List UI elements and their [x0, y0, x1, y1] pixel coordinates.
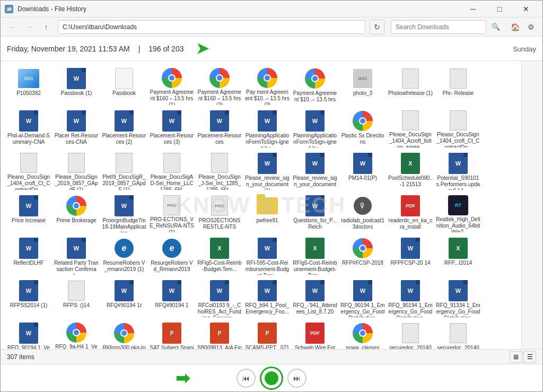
playback-bar: ➡ ⏮ ⏭: [1, 364, 542, 391]
close-button[interactable]: ✕: [514, 1, 538, 18]
list-item[interactable]: W PM14-01(P): [339, 150, 387, 193]
list-item[interactable]: PRO PROS2ECTIONS RESTLE-NTS: [196, 193, 243, 235]
back-button[interactable]: ←: [5, 20, 20, 34]
file-name: ReflectDLHF: [13, 260, 43, 266]
file-icon: [448, 110, 469, 130]
file-icon: X: [209, 238, 230, 259]
refresh-button[interactable]: ↻: [370, 20, 384, 34]
list-item[interactable]: PDF Schwab Wire Form DWONG (Secured...: [291, 320, 339, 349]
list-item[interactable]: W Related Party Transaction Confirmat...: [52, 235, 100, 277]
list-item[interactable]: W Placer Ret-Resources-CNA: [52, 108, 100, 150]
main-window: 📁 Downloads - File History ─ □ ✕ ← → ↑ ↻…: [0, 0, 543, 392]
list-item[interactable]: X RFP...I2014: [434, 235, 482, 277]
list-item[interactable]: W ProorgmBudge7m18-19MainApplication: [100, 193, 148, 235]
list-item[interactable]: W Price Increase: [5, 193, 52, 235]
list-item[interactable]: Pleano_DocuSign_1404_croft_Ct_ContractDo…: [5, 150, 52, 193]
list-item[interactable]: W Placement-Resources (2): [100, 108, 148, 150]
file-area[interactable]: KNOW S TECH IMG P1050382 W Passbook (1): [1, 61, 521, 349]
list-item[interactable]: Please_DocuSign_J-Sei_Inc_1285_1285_66t.…: [196, 150, 243, 193]
list-item[interactable]: RT Realtek_High_Definition_Audio_64bit_W…: [434, 193, 482, 235]
list-item[interactable]: W Please_review_sign_your_document: [291, 150, 339, 193]
list-item[interactable]: W Placement-Resources: [196, 108, 243, 150]
list-item[interactable]: W Phd-al-Demand-Summary-CNA: [5, 108, 52, 150]
list-item[interactable]: PDF readerdc_en_ka_cra_install: [387, 193, 434, 235]
list-item[interactable]: securedoc_20140210T 161518: [434, 320, 482, 349]
list-item[interactable]: W RFCol0193 9_-_ChoiRES_Act_Funding_Emer…: [196, 277, 243, 320]
list-item[interactable]: W RFPFCSP-20 14: [387, 235, 434, 277]
list-item[interactable]: RFQ_9a-H4 1_Vendor_Pool_Emergency_Foo...: [52, 320, 100, 349]
minimize-button[interactable]: ─: [461, 1, 485, 18]
list-item[interactable]: W RFI-595-Cost-Reimbursement-Budget-Tem.…: [243, 235, 291, 277]
list-item[interactable]: Photowfrelease (1): [387, 65, 434, 108]
search-input[interactable]: [391, 20, 486, 34]
list-item[interactable]: Prime Brokerage: [52, 193, 100, 235]
list-item[interactable]: P SAT Subject Spanish PrePrepHW: [148, 320, 196, 349]
address-bar[interactable]: [58, 20, 365, 34]
word-icon: W: [162, 110, 181, 132]
file-name: ResumeRobers V_rrmann2019 (1): [102, 260, 146, 273]
list-item[interactable]: Please_DocuSign_2019_0857_GApdF (1): [52, 150, 100, 193]
list-item[interactable]: W Questions_for_P...Reich: [291, 193, 339, 235]
up-button[interactable]: ↑: [39, 20, 54, 34]
list-item[interactable]: W RFQ_b94 1_Pool_Emergency_Foo...: [243, 277, 291, 320]
large-icons-view-button[interactable]: ⊞: [510, 351, 522, 363]
list-item[interactable]: Pleaso_DocuSign_1404_croft_Ct_ContractDo…: [434, 108, 482, 150]
list-item[interactable]: e ResumeRobers V_rrmann2019 (1): [100, 235, 148, 277]
list-item[interactable]: PRO PRO-ECTIONS_VE_ReNSURA-NTS (1): [148, 193, 196, 235]
maximize-button[interactable]: □: [487, 1, 512, 18]
list-item[interactable]: W RFQ_90194 1_Emergency_Go_Food_Distribu…: [387, 277, 434, 320]
search-button[interactable]: 🔍: [488, 20, 503, 34]
list-item[interactable]: P SB009813_AiA Final Slides-Marketing...: [196, 320, 243, 349]
list-item[interactable]: RKform300 pkg-Instrux Only: [100, 320, 148, 349]
list-item[interactable]: W Placement-Resources (3): [148, 108, 196, 150]
file-icon: [161, 68, 182, 88]
list-item[interactable]: X PoolSchedule090..-1 21513: [387, 150, 434, 193]
list-view-button[interactable]: ☰: [523, 351, 536, 363]
list-item[interactable]: pwfree91: [243, 193, 291, 235]
list-item[interactable]: W RFQ_90194 1_Vendor_Pool_Emergency_Foo.…: [5, 320, 52, 349]
list-item[interactable]: X RFIg5-Cost-Reimbursement-Budget-Tem...: [291, 235, 339, 277]
list-item[interactable]: IMG P1050382: [5, 65, 52, 108]
settings-button[interactable]: ⚙: [523, 20, 538, 34]
home-button[interactable]: 🏠: [507, 20, 522, 34]
file-icon: e: [113, 238, 135, 259]
list-item[interactable]: RFP#FCSP-2018: [339, 235, 387, 277]
next-button[interactable]: ⏭: [287, 369, 306, 388]
list-item[interactable]: W RFQ_90194 1_Emergency_Go_Food_Distribu…: [339, 277, 387, 320]
list-item[interactable]: Payment Agreement $10..– 13.5 hrs: [291, 65, 339, 108]
list-item[interactable]: 🎙 radiolab_podcast13doctors: [339, 193, 387, 235]
file-name: RFQ#90194 1: [155, 302, 189, 309]
list-item[interactable]: RFPS: ()14: [52, 277, 100, 320]
list-item[interactable]: W RFQ#90194 1: [148, 277, 196, 320]
list-item[interactable]: W RFPSS2014 (1): [5, 277, 52, 320]
forward-button[interactable]: →: [22, 20, 37, 34]
list-item[interactable]: PletI9_DocuSigR_2019_0857_GApdF (1): [100, 150, 148, 193]
list-item[interactable]: P SCAMS-PPT _0719: [243, 320, 291, 349]
list-item[interactable]: X RFIg5-Cost-Reimb-Budget-Tem...: [196, 235, 243, 277]
list-item[interactable]: Phr- Release: [434, 65, 482, 108]
file-name: SCAMS-PPT _0719: [245, 345, 290, 349]
list-item[interactable]: e ResurgeRobers Vd_Rrmann2019: [148, 235, 196, 277]
list-item[interactable]: W RFQ_-'941_Attendees_List_8.7.20: [291, 277, 339, 320]
list-item[interactable]: IMG photo_3: [339, 65, 387, 108]
list-item[interactable]: securedoc_20140210T 161518 (1): [387, 320, 434, 349]
list-item[interactable]: W RFQ_91334 1_Emergency_Go_Food_Distribu…: [434, 277, 482, 320]
list-item[interactable]: Payment Agreement $160 – 13.5 hrs (2): [196, 65, 243, 108]
list-item[interactable]: W PlanningApplicationFormToSign-igned by…: [291, 108, 339, 150]
list-item[interactable]: W RFQ#90194 1ℓ: [100, 277, 148, 320]
list-item[interactable]: scww_classes: [339, 320, 387, 349]
list-item[interactable]: Please_DocuSign_1404_Acroft_listing_agre…: [387, 108, 434, 150]
list-item[interactable]: W Please_review_sign_your_document (1): [243, 150, 291, 193]
list-item[interactable]: Please_DocuSigAD-Sei_Home_LLC_1285_66t..…: [148, 150, 196, 193]
play-pause-button[interactable]: [260, 367, 283, 390]
file-name: Please_DocuSigAD-Sei_Home_LLC_1285_66t..…: [150, 174, 194, 190]
list-item[interactable]: W ReflectDLHF: [5, 235, 52, 277]
list-item[interactable]: Payment Agreement $160 – 13.5 hrs (1): [148, 65, 196, 108]
list-item[interactable]: Plastic Sx Directions: [339, 108, 387, 150]
list-item[interactable]: W PlanningApplicationFormToSign-igned by…: [243, 108, 291, 150]
list-item[interactable]: Passbook: [100, 65, 148, 108]
list-item[interactable]: W Potential_S90101s.Performers.update8.1…: [434, 150, 482, 193]
list-item[interactable]: Pay ment Agreement $10..– 13.5 hrs (3): [243, 65, 291, 108]
list-item[interactable]: W Passbook (1): [52, 65, 100, 108]
prev-button[interactable]: ⏮: [237, 369, 256, 388]
